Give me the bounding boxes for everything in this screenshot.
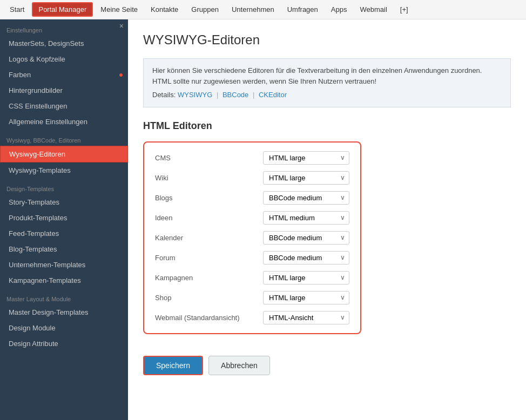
sidebar-item-story-templates[interactable]: Story-Templates bbox=[0, 194, 128, 210]
editors-box: CMSHTML largeHTML mediumBBCode mediumBBC… bbox=[143, 141, 361, 334]
editor-row: KalenderHTML largeHTML mediumBBCode medi… bbox=[155, 231, 349, 245]
sidebar-item-wysiwyg-templates[interactable]: Wysiwyg-Templates bbox=[0, 162, 128, 178]
editor-label: Shop bbox=[155, 294, 263, 302]
page-title: WYSIWYG-Editoren bbox=[143, 32, 511, 48]
info-text: Hier können Sie verschiedene Editoren fü… bbox=[152, 65, 502, 86]
editor-row: IdeenHTML largeHTML mediumBBCode mediumB… bbox=[155, 211, 349, 225]
editor-select-kalender[interactable]: HTML largeHTML mediumBBCode mediumBBCode… bbox=[263, 231, 349, 245]
link-bbcode[interactable]: BBCode bbox=[222, 91, 248, 99]
select-wrapper: HTML largeHTML mediumBBCode mediumBBCode… bbox=[263, 251, 349, 265]
select-wrapper: HTML largeHTML mediumBBCode mediumBBCode… bbox=[263, 171, 349, 185]
nav-item-gruppen[interactable]: Gruppen bbox=[186, 3, 224, 16]
editor-label: Blogs bbox=[155, 194, 263, 202]
nav-item-apps[interactable]: Apps bbox=[326, 3, 353, 16]
sidebar-item-design-module[interactable]: Design Module bbox=[0, 320, 128, 336]
sidebar-item-logos-kopfzeile[interactable]: Logos & Kopfzeile bbox=[0, 51, 128, 67]
editor-row: CMSHTML largeHTML mediumBBCode mediumBBC… bbox=[155, 151, 349, 165]
editor-select-webmail-standardansicht-[interactable]: HTML largeHTML mediumBBCode mediumBBCode… bbox=[263, 311, 349, 324]
editor-select-forum[interactable]: HTML largeHTML mediumBBCode mediumBBCode… bbox=[263, 251, 349, 265]
sidebar-item-mastersets-designsets[interactable]: MasterSets, DesignSets bbox=[0, 36, 128, 51]
sidebar-item-hintergrundbilder[interactable]: Hintergrundbilder bbox=[0, 83, 128, 98]
sidebar-item-wysiwyg-editoren[interactable]: Wysiwyg-Editoren bbox=[0, 146, 128, 162]
select-wrapper: HTML largeHTML mediumBBCode mediumBBCode… bbox=[263, 291, 349, 304]
sidebar-item-design-attribute[interactable]: Design Attribute bbox=[0, 336, 128, 351]
sidebar-item-feed-templates[interactable]: Feed-Templates bbox=[0, 226, 128, 241]
editor-label: Ideen bbox=[155, 214, 263, 222]
sidebar-section-label: Einstellungen bbox=[0, 19, 128, 36]
top-navigation: StartPortal ManagerMeine SeiteKontakteGr… bbox=[0, 0, 526, 19]
main-content: WYSIWYG-Editoren Hier können Sie verschi… bbox=[128, 19, 526, 420]
editor-row: BlogsHTML largeHTML mediumBBCode mediumB… bbox=[155, 191, 349, 205]
html-section-heading: HTML Editoren bbox=[143, 120, 511, 132]
info-box: Hier können Sie verschiedene Editoren fü… bbox=[143, 58, 511, 107]
sidebar-item-master-design-templates[interactable]: Master Design-Templates bbox=[0, 304, 128, 320]
close-icon[interactable]: × bbox=[119, 22, 124, 30]
nav-item-kontakte[interactable]: Kontakte bbox=[145, 3, 184, 16]
editor-label: Kalender bbox=[155, 234, 263, 242]
sidebar-item-blog-templates[interactable]: Blog-Templates bbox=[0, 241, 128, 257]
sidebar-section-label: Wysiwyg, BBCode, Editoren bbox=[0, 130, 128, 146]
sidebar-section-label: Design-Templates bbox=[0, 178, 128, 194]
nav-item-[+][interactable]: [+] bbox=[395, 3, 414, 16]
select-wrapper: HTML largeHTML mediumBBCode mediumBBCode… bbox=[263, 231, 349, 245]
nav-item-umfragen[interactable]: Umfragen bbox=[282, 3, 323, 16]
editor-row: KampagnenHTML largeHTML mediumBBCode med… bbox=[155, 271, 349, 284]
sidebar-item-unternehmen-templates[interactable]: Unternehmen-Templates bbox=[0, 257, 128, 273]
select-wrapper: HTML largeHTML mediumBBCode mediumBBCode… bbox=[263, 211, 349, 225]
nav-item-start[interactable]: Start bbox=[4, 3, 30, 16]
select-wrapper: HTML largeHTML mediumBBCode mediumBBCode… bbox=[263, 191, 349, 205]
editor-select-wiki[interactable]: HTML largeHTML mediumBBCode mediumBBCode… bbox=[263, 171, 349, 185]
editor-row: ShopHTML largeHTML mediumBBCode mediumBB… bbox=[155, 291, 349, 304]
editor-row: Webmail (Standardansicht)HTML largeHTML … bbox=[155, 311, 349, 324]
editor-row: WikiHTML largeHTML mediumBBCode mediumBB… bbox=[155, 171, 349, 185]
nav-item-webmail[interactable]: Webmail bbox=[354, 3, 392, 16]
editor-select-shop[interactable]: HTML largeHTML mediumBBCode mediumBBCode… bbox=[263, 291, 349, 304]
sidebar-item-css-einstellungen[interactable]: CSS Einstellungen bbox=[0, 98, 128, 114]
editor-label: Webmail (Standardansicht) bbox=[155, 314, 263, 322]
editor-row: ForumHTML largeHTML mediumBBCode mediumB… bbox=[155, 251, 349, 265]
details-row: Details: WYSIWYG | BBCode | CKEditor bbox=[152, 90, 502, 100]
sidebar-item-allgemeine-einstellungen[interactable]: Allgemeine Einstellungen bbox=[0, 114, 128, 130]
select-wrapper: HTML largeHTML mediumBBCode mediumBBCode… bbox=[263, 311, 349, 324]
link-wysiwyg[interactable]: WYSIWYG bbox=[178, 91, 212, 99]
editor-select-cms[interactable]: HTML largeHTML mediumBBCode mediumBBCode… bbox=[263, 151, 349, 165]
details-label: Details: bbox=[152, 91, 176, 99]
editor-label: Wiki bbox=[155, 174, 263, 182]
buttons-row: Speichern Abbrechen bbox=[143, 356, 511, 375]
sidebar-item-produkt-templates[interactable]: Produkt-Templates bbox=[0, 210, 128, 226]
sidebar-section-label: Master Layout & Module bbox=[0, 288, 128, 304]
sidebar-item-farben[interactable]: Farben bbox=[0, 67, 128, 83]
editor-label: Kampagnen bbox=[155, 274, 263, 282]
editor-select-kampagnen[interactable]: HTML largeHTML mediumBBCode mediumBBCode… bbox=[263, 271, 349, 284]
nav-item-portal-manager[interactable]: Portal Manager bbox=[32, 2, 93, 17]
nav-item-meine-seite[interactable]: Meine Seite bbox=[95, 3, 143, 16]
cancel-button[interactable]: Abbrechen bbox=[208, 356, 270, 375]
link-ckeditor[interactable]: CKEditor bbox=[259, 91, 287, 99]
save-button[interactable]: Speichern bbox=[143, 356, 203, 375]
editor-label: Forum bbox=[155, 254, 263, 262]
select-wrapper: HTML largeHTML mediumBBCode mediumBBCode… bbox=[263, 271, 349, 284]
editor-label: CMS bbox=[155, 154, 263, 162]
editor-select-blogs[interactable]: HTML largeHTML mediumBBCode mediumBBCode… bbox=[263, 191, 349, 205]
sidebar: × EinstellungenMasterSets, DesignSetsLog… bbox=[0, 19, 128, 420]
nav-item-unternehmen[interactable]: Unternehmen bbox=[226, 3, 280, 16]
select-wrapper: HTML largeHTML mediumBBCode mediumBBCode… bbox=[263, 151, 349, 165]
sidebar-item-kampagnen-templates[interactable]: Kampagnen-Templates bbox=[0, 273, 128, 288]
editor-select-ideen[interactable]: HTML largeHTML mediumBBCode mediumBBCode… bbox=[263, 211, 349, 225]
